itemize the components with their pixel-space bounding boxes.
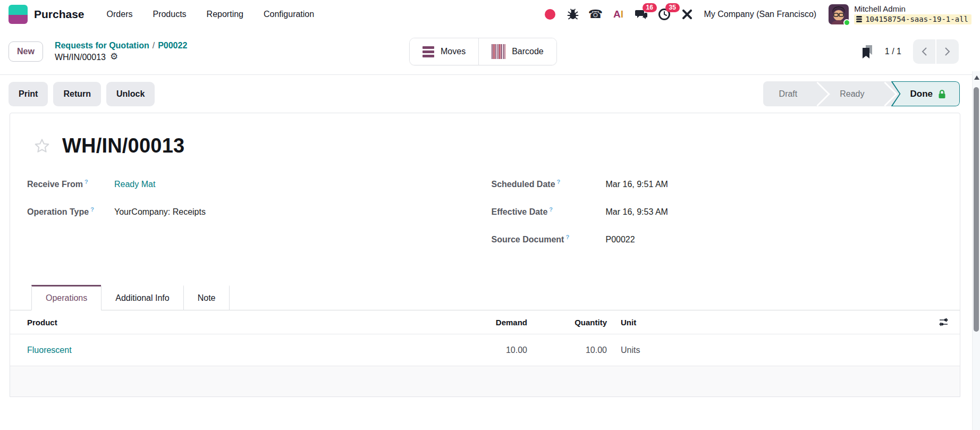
field-operation-type: Operation Type? YourCompany: Receipts xyxy=(27,206,479,234)
form-fields: Receive From? Ready Mat Operation Type? … xyxy=(27,179,943,262)
column-quantity[interactable]: Quantity xyxy=(531,318,611,327)
help-marker: ? xyxy=(549,206,553,213)
tab-note[interactable]: Note xyxy=(183,285,230,310)
menu-orders[interactable]: Orders xyxy=(107,10,133,19)
field-scheduled-date: Scheduled Date? Mar 16, 9:51 AM xyxy=(492,179,943,206)
view-switch-group: Moves Barcode xyxy=(409,38,557,65)
breadcrumb-row: New Requests for Quotation/P00022 WH/IN/… xyxy=(0,29,980,74)
menu-reporting[interactable]: Reporting xyxy=(207,10,243,19)
pager-zone: 1 / 1 xyxy=(861,39,959,64)
control-panel: Print Return Unlock Draft Ready Done xyxy=(0,75,980,113)
new-button[interactable]: New xyxy=(9,41,43,62)
help-marker: ? xyxy=(565,234,569,240)
demand-value: 10.00 xyxy=(468,345,531,355)
breadcrumb-link-p00022[interactable]: P00022 xyxy=(158,41,187,50)
app-brand[interactable]: Purchase xyxy=(9,5,85,24)
menu-configuration[interactable]: Configuration xyxy=(264,10,314,19)
table-row[interactable]: Fluorescent 10.00 10.00 Units xyxy=(10,334,960,366)
bookmark-icon[interactable] xyxy=(861,45,873,59)
stage-separator xyxy=(813,81,824,106)
column-product[interactable]: Product xyxy=(10,318,468,327)
app-name[interactable]: Purchase xyxy=(34,8,85,21)
source-document-value[interactable]: P00022 xyxy=(606,235,635,244)
column-unit[interactable]: Unit xyxy=(611,318,930,327)
database-name: 104158754-saas-19-1-all xyxy=(865,15,968,24)
stage-separator xyxy=(881,81,891,106)
moves-icon xyxy=(423,46,434,57)
unit-value: Units xyxy=(611,345,930,355)
company-switcher[interactable]: My Company (San Francisco) xyxy=(704,10,817,19)
systray: ☎ AI 16 35 My Company (San Francisco) xyxy=(543,4,972,24)
barcode-button[interactable]: Barcode xyxy=(478,38,556,65)
database-icon xyxy=(856,15,863,23)
field-source-document: Source Document? P00022 xyxy=(492,234,943,262)
bug-icon[interactable] xyxy=(566,7,580,21)
tab-additional-info[interactable]: Additional Info xyxy=(101,285,183,310)
stage-done[interactable]: Done xyxy=(891,81,960,106)
pager-previous-button[interactable] xyxy=(913,39,935,64)
breadcrumb-current: WH/IN/00013 xyxy=(55,52,106,63)
menu-products[interactable]: Products xyxy=(153,10,186,19)
breadcrumb: Requests for Quotation/P00022 WH/IN/0001… xyxy=(55,40,187,64)
column-demand[interactable]: Demand xyxy=(468,318,531,327)
help-marker: ? xyxy=(85,179,88,185)
receive-from-value[interactable]: Ready Mat xyxy=(114,180,155,189)
scroll-up-arrow[interactable] xyxy=(974,75,979,80)
activities-clock-icon[interactable]: 35 xyxy=(657,7,671,21)
tab-operations[interactable]: Operations xyxy=(31,285,101,310)
developer-tools-icon[interactable] xyxy=(680,7,694,21)
barcode-icon xyxy=(492,44,505,59)
moves-button[interactable]: Moves xyxy=(410,38,478,65)
record-title[interactable]: WH/IN/00013 xyxy=(62,134,184,157)
ai-icon[interactable]: AI xyxy=(612,7,626,21)
breadcrumb-link-rfq[interactable]: Requests for Quotation xyxy=(55,41,149,50)
pager-counter: 1 / 1 xyxy=(885,47,901,56)
table-header: Product Demand Quantity Unit xyxy=(10,310,960,334)
empty-row-stripe xyxy=(10,366,960,397)
unlock-button[interactable]: Unlock xyxy=(106,82,155,106)
quantity-value: 10.00 xyxy=(531,345,611,355)
user-menu[interactable]: Mitchell Admin 104158754-saas-19-1-all xyxy=(829,4,971,24)
messages-badge: 16 xyxy=(643,3,657,12)
record-indicator-icon[interactable] xyxy=(543,7,557,21)
scheduled-date-value[interactable]: Mar 16, 9:51 AM xyxy=(606,180,668,189)
optional-columns-icon[interactable] xyxy=(939,317,949,327)
online-status-dot xyxy=(843,19,850,26)
purchase-app-logo-icon xyxy=(9,5,28,24)
help-marker: ? xyxy=(90,206,94,213)
favorite-star-icon[interactable] xyxy=(33,138,50,155)
form-sheet: WH/IN/00013 Receive From? Ready Mat Oper… xyxy=(10,113,960,397)
database-badge: 104158754-saas-19-1-all xyxy=(854,14,971,25)
actions-gear-icon[interactable]: ⚙ xyxy=(110,51,118,63)
user-name: Mitchell Admin xyxy=(854,4,971,14)
vertical-scrollbar[interactable] xyxy=(972,71,980,430)
status-bar: Draft Ready Done xyxy=(763,81,960,106)
lock-icon xyxy=(938,89,946,99)
print-button[interactable]: Print xyxy=(9,82,48,106)
top-navbar: Purchase Orders Products Reporting Confi… xyxy=(0,0,980,29)
app-menu: Orders Products Reporting Configuration xyxy=(107,10,315,19)
return-button[interactable]: Return xyxy=(53,82,101,106)
operation-type-value[interactable]: YourCompany: Receipts xyxy=(114,207,206,217)
voip-phone-icon[interactable]: ☎ xyxy=(589,7,603,21)
help-marker: ? xyxy=(557,179,561,185)
stage-ready[interactable]: Ready xyxy=(824,81,880,106)
avatar xyxy=(829,4,849,24)
field-effective-date: Effective Date? Mar 16, 9:53 AM xyxy=(492,206,943,234)
notebook-tabs: Operations Additional Info Note xyxy=(10,285,960,310)
field-receive-from: Receive From? Ready Mat xyxy=(27,179,479,206)
operations-table: Product Demand Quantity Unit Fluorescent… xyxy=(10,310,960,366)
activities-badge: 35 xyxy=(665,3,680,12)
messages-icon[interactable]: 16 xyxy=(635,7,648,21)
pager-next-button[interactable] xyxy=(936,39,959,64)
effective-date-value[interactable]: Mar 16, 9:53 AM xyxy=(606,207,668,217)
scrollbar-thumb[interactable] xyxy=(974,87,979,332)
product-link[interactable]: Fluorescent xyxy=(27,345,72,355)
